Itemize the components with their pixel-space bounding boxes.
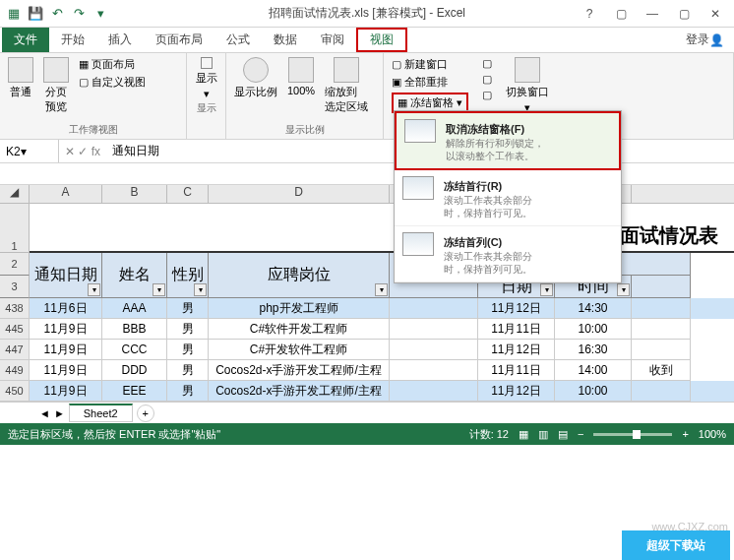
freeze-top-row-item[interactable]: 冻结首行(R)滚动工作表其余部分 时，保持首行可见。 [395, 170, 621, 226]
show-button[interactable]: 显示▾ [195, 57, 217, 100]
zoom-selection-button[interactable]: 缩放到 选定区域 [325, 57, 368, 122]
zoom-out-icon[interactable]: − [578, 428, 583, 440]
row-2[interactable]: 2 [0, 253, 30, 276]
filter-icon[interactable]: ▾ [153, 283, 165, 296]
login-link[interactable]: 登录 👤 [686, 28, 734, 52]
download-badge: 超级下载站 [622, 530, 730, 560]
excel-icon: ▦ [6, 6, 22, 22]
close-icon[interactable]: ✕ [701, 4, 730, 24]
unhide-button[interactable]: ▢ [482, 89, 492, 101]
filter-icon[interactable]: ▾ [540, 283, 553, 296]
row-3[interactable]: 3 [0, 276, 30, 298]
status-count: 计数: 12 [469, 427, 509, 442]
tab-view[interactable]: 视图 [356, 28, 407, 52]
page-break-button[interactable]: 分页 预览 [43, 57, 69, 122]
view-break-icon[interactable]: ▤ [558, 428, 568, 441]
col-A[interactable]: A [30, 185, 102, 203]
zoom-in-icon[interactable]: + [682, 428, 688, 440]
hdr-extra[interactable] [632, 276, 691, 298]
group-zoom: 显示比例 [234, 122, 375, 137]
minimize-icon[interactable]: — [638, 4, 667, 24]
tab-layout[interactable]: 页面布局 [144, 28, 214, 52]
group-workbook-views: 工作簿视图 [8, 122, 178, 137]
table-row[interactable]: 43811月6日AAA男php开发工程师11月12日14:30 [0, 298, 734, 319]
view-layout-icon[interactable]: ▥ [538, 428, 548, 441]
view-normal-icon[interactable]: ▦ [519, 428, 528, 441]
group-show: 显示 [195, 100, 217, 115]
filter-icon[interactable]: ▾ [617, 283, 630, 296]
sheet-tab[interactable]: Sheet2 [69, 404, 133, 422]
unfreeze-panes-item[interactable]: 取消冻结窗格(F)解除所有行和列锁定， 以滚动整个工作表。 [395, 111, 621, 170]
redo-icon[interactable]: ↷ [71, 6, 87, 22]
tab-data[interactable]: 数据 [262, 28, 309, 52]
zoom-100-button[interactable]: 100% [287, 57, 315, 122]
col-B[interactable]: B [102, 185, 167, 203]
sheet-nav-prev-icon[interactable]: ◄ [39, 407, 50, 419]
tab-insert[interactable]: 插入 [96, 28, 144, 52]
ribbon-toggle-icon[interactable]: ▢ [606, 4, 636, 24]
custom-views-button[interactable]: ▢ 自定义视图 [79, 75, 146, 90]
zoom-slider[interactable] [593, 433, 672, 436]
freeze-first-col-item[interactable]: 冻结首列(C)滚动工作表其余部分 时，保持首列可见。 [395, 226, 621, 282]
tab-formula[interactable]: 公式 [214, 28, 262, 52]
hdr-gender[interactable]: 性别▾ [167, 253, 209, 298]
hdr-position[interactable]: 应聘岗位▾ [209, 253, 390, 298]
select-all[interactable]: ◢ [0, 185, 30, 203]
col-D[interactable]: D [209, 185, 390, 203]
freeze-row-icon [402, 176, 434, 200]
filter-icon[interactable]: ▾ [375, 283, 388, 296]
tab-review[interactable]: 审阅 [309, 28, 356, 52]
filter-icon[interactable]: ▾ [88, 283, 100, 296]
hdr-name[interactable]: 姓名▾ [102, 253, 167, 298]
zoom-button[interactable]: 显示比例 [234, 57, 277, 122]
new-window-button[interactable]: ▢ 新建窗口 [392, 57, 468, 72]
filter-icon[interactable]: ▾ [194, 283, 207, 296]
maximize-icon[interactable]: ▢ [669, 4, 699, 24]
tab-home[interactable]: 开始 [49, 28, 96, 52]
hide-button[interactable]: ▢ [482, 73, 492, 86]
normal-view-button[interactable]: 普通 [8, 57, 33, 122]
undo-icon[interactable]: ↶ [49, 6, 65, 22]
zoom-value[interactable]: 100% [699, 428, 726, 440]
tab-file[interactable]: 文件 [2, 28, 49, 52]
qat-dropdown-icon[interactable]: ▾ [92, 6, 108, 22]
freeze-panes-menu: 取消冻结窗格(F)解除所有行和列锁定， 以滚动整个工作表。 冻结首行(R)滚动工… [394, 110, 622, 283]
split-button[interactable]: ▢ [482, 57, 492, 70]
row-1[interactable]: 1 [0, 204, 30, 253]
name-box[interactable]: K2 ▾ [0, 140, 59, 162]
arrange-all-button[interactable]: ▣ 全部重排 [392, 75, 468, 90]
sheet-nav-next-icon[interactable]: ► [54, 407, 65, 419]
col-C[interactable]: C [167, 185, 209, 203]
hdr-notify-date[interactable]: 通知日期▾ [30, 253, 102, 298]
fx-icon[interactable]: ✕ ✓ fx [59, 145, 106, 158]
table-row[interactable]: 44911月9日DDD男Cocos2d-x手游开发工程师/主程11月11日14:… [0, 360, 734, 381]
save-icon[interactable]: 💾 [28, 6, 43, 22]
help-icon[interactable]: ? [575, 4, 604, 24]
status-text: 选定目标区域，然后按 ENTER 或选择"粘贴" [8, 427, 220, 442]
table-row[interactable]: 44711月9日CCC男C#开发软件工程师11月12日16:30 [0, 340, 734, 360]
sheet-title-cell[interactable]: 招聘面试情况表 [30, 204, 734, 253]
table-row[interactable]: 45011月9日EEE男Cocos2d-x手游开发工程师/主程11月12日10:… [0, 381, 734, 402]
window-title: 招聘面试情况表.xls [兼容模式] - Excel [269, 5, 465, 22]
page-layout-button[interactable]: ▦ 页面布局 [79, 57, 146, 72]
unfreeze-icon [404, 119, 436, 143]
table-row[interactable]: 44511月9日BBB男C#软件开发工程师11月11日10:00 [0, 319, 734, 340]
freeze-col-icon [402, 232, 434, 256]
add-sheet-button[interactable]: + [137, 404, 154, 422]
